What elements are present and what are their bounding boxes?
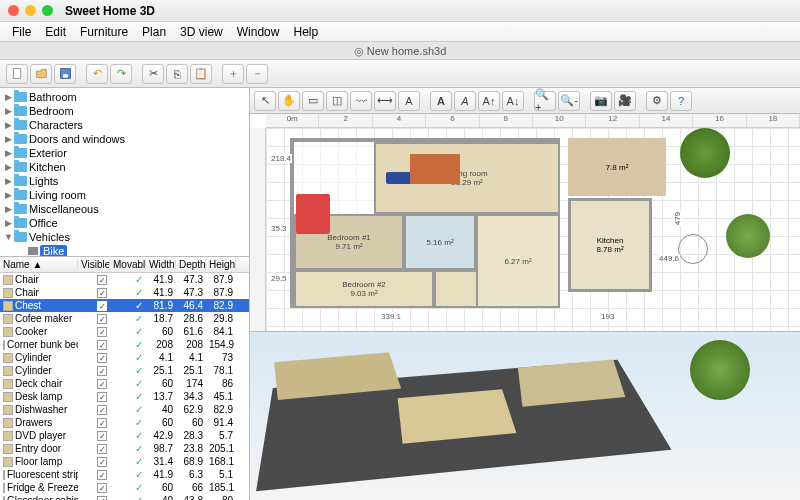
pan-tool[interactable]: ✋ — [278, 91, 300, 111]
add-furniture-button[interactable]: ＋ — [222, 64, 244, 84]
close-button[interactable] — [8, 5, 19, 16]
catalog-folder[interactable]: ▶ Bathroom — [0, 90, 249, 104]
paste-button[interactable]: 📋 — [190, 64, 212, 84]
visible-checkbox[interactable]: ✓ — [97, 496, 107, 500]
visible-checkbox[interactable]: ✓ — [97, 457, 107, 467]
col-height[interactable]: Height — [206, 259, 236, 270]
delete-button[interactable]: － — [246, 64, 268, 84]
furniture-row[interactable]: Cylinder✓✓25.125.178.1 — [0, 364, 249, 377]
visible-checkbox[interactable]: ✓ — [97, 418, 107, 428]
minimize-button[interactable] — [25, 5, 36, 16]
furniture-row[interactable]: Dishwasher✓✓4062.982.9 — [0, 403, 249, 416]
furniture-row[interactable]: Chair✓✓41.947.387.9 — [0, 273, 249, 286]
catalog-folder[interactable]: ▼ Vehicles — [0, 230, 249, 244]
furniture-row[interactable]: Glassdoor cabinet✓✓4043.880 — [0, 494, 249, 500]
furniture-row[interactable]: Cofee maker✓✓18.728.629.8 — [0, 312, 249, 325]
plant-tree-2[interactable] — [726, 214, 770, 258]
visible-checkbox[interactable]: ✓ — [97, 327, 107, 337]
col-movable[interactable]: Movable — [110, 259, 146, 270]
catalog-folder[interactable]: ▶ Living room — [0, 188, 249, 202]
furniture-row[interactable]: DVD player✓✓42.928.35.7 — [0, 429, 249, 442]
visible-checkbox[interactable]: ✓ — [97, 366, 107, 376]
room-hall[interactable]: 6.27 m² — [476, 214, 560, 308]
furniture-row[interactable]: Chest✓✓81.946.482.9 — [0, 299, 249, 312]
furniture-row[interactable]: Chair✓✓41.947.387.9 — [0, 286, 249, 299]
furniture-row[interactable]: Fluorescent strip✓✓41.96.35.1 — [0, 468, 249, 481]
text-smaller[interactable]: A↓ — [502, 91, 524, 111]
visible-checkbox[interactable]: ✓ — [97, 483, 107, 493]
polyline-tool[interactable]: 〰 — [350, 91, 372, 111]
furniture-row[interactable]: Desk lamp✓✓13.734.345.1 — [0, 390, 249, 403]
furniture-row[interactable]: Cooker✓✓6061.684.1 — [0, 325, 249, 338]
room-bath[interactable]: 5.16 m² — [404, 214, 476, 270]
furniture-bed[interactable] — [296, 194, 330, 234]
dimension-tool[interactable]: ⟷ — [374, 91, 396, 111]
visible-checkbox[interactable]: ✓ — [97, 444, 107, 454]
undo-button[interactable]: ↶ — [86, 64, 108, 84]
room-terrace[interactable]: 7.8 m² — [568, 138, 666, 196]
visible-checkbox[interactable]: ✓ — [97, 431, 107, 441]
furniture-row[interactable]: Floor lamp✓✓31.468.9168.1 — [0, 455, 249, 468]
redo-button[interactable]: ↷ — [110, 64, 132, 84]
col-width[interactable]: Width — [146, 259, 176, 270]
visible-checkbox[interactable]: ✓ — [97, 275, 107, 285]
col-depth[interactable]: Depth — [176, 259, 206, 270]
visible-checkbox[interactable]: ✓ — [97, 301, 107, 311]
text-italic[interactable]: A — [454, 91, 476, 111]
photo-button[interactable]: 📷 — [590, 91, 612, 111]
save-button[interactable] — [54, 64, 76, 84]
catalog-item[interactable]: Bike — [0, 244, 249, 256]
col-name[interactable]: Name ▲ — [0, 259, 78, 270]
room-kitchen[interactable]: Kitchen8.78 m² — [568, 198, 652, 292]
menu-3dview[interactable]: 3D view — [180, 25, 223, 39]
video-button[interactable]: 🎥 — [614, 91, 636, 111]
furniture-row[interactable]: Corner bunk bed✓✓208208154.9 — [0, 338, 249, 351]
compass-icon[interactable] — [678, 234, 708, 264]
menu-help[interactable]: Help — [293, 25, 318, 39]
copy-button[interactable]: ⎘ — [166, 64, 188, 84]
col-visible[interactable]: Visible — [78, 259, 110, 270]
text-bold[interactable]: A — [430, 91, 452, 111]
room-tool[interactable]: ◫ — [326, 91, 348, 111]
wall-tool[interactable]: ▭ — [302, 91, 324, 111]
plan-view[interactable]: 0m24681012141618 Living room21.29 m² Bed… — [250, 114, 800, 332]
zoom-button[interactable] — [42, 5, 53, 16]
room-bedroom2[interactable]: Bedroom #29.03 m² — [294, 270, 434, 308]
catalog-folder[interactable]: ▶ Bedroom — [0, 104, 249, 118]
catalog-folder[interactable]: ▶ Miscellaneous — [0, 202, 249, 216]
prefs-button[interactable]: ⚙ — [646, 91, 668, 111]
furniture-row[interactable]: Fridge & Freezer✓✓6066185.1 — [0, 481, 249, 494]
visible-checkbox[interactable]: ✓ — [97, 405, 107, 415]
room-small[interactable] — [434, 270, 478, 308]
plant-tree-1[interactable] — [680, 128, 730, 178]
catalog-folder[interactable]: ▶ Lights — [0, 174, 249, 188]
menu-window[interactable]: Window — [237, 25, 280, 39]
zoom-out-button[interactable]: 🔍- — [558, 91, 580, 111]
new-button[interactable] — [6, 64, 28, 84]
furniture-row[interactable]: Cylinder✓✓4.14.173 — [0, 351, 249, 364]
zoom-in-button[interactable]: 🔍+ — [534, 91, 556, 111]
furniture-row[interactable]: Entry door✓✓98.723.8205.1 — [0, 442, 249, 455]
document-tab[interactable]: ◎ New home.sh3d — [0, 42, 800, 60]
catalog-folder[interactable]: ▶ Characters — [0, 118, 249, 132]
visible-checkbox[interactable]: ✓ — [97, 379, 107, 389]
menu-plan[interactable]: Plan — [142, 25, 166, 39]
menu-file[interactable]: File — [12, 25, 31, 39]
menu-edit[interactable]: Edit — [45, 25, 66, 39]
furniture-rug[interactable] — [410, 154, 460, 184]
catalog-tree[interactable]: ▶ Bathroom▶ Bedroom▶ Characters▶ Doors a… — [0, 88, 249, 256]
furniture-row[interactable]: Drawers✓✓606091.4 — [0, 416, 249, 429]
catalog-folder[interactable]: ▶ Office — [0, 216, 249, 230]
catalog-folder[interactable]: ▶ Doors and windows — [0, 132, 249, 146]
visible-checkbox[interactable]: ✓ — [97, 470, 107, 480]
catalog-folder[interactable]: ▶ Kitchen — [0, 160, 249, 174]
visible-checkbox[interactable]: ✓ — [97, 353, 107, 363]
cut-button[interactable]: ✂ — [142, 64, 164, 84]
select-tool[interactable]: ↖ — [254, 91, 276, 111]
help-button[interactable]: ? — [670, 91, 692, 111]
visible-checkbox[interactable]: ✓ — [97, 392, 107, 402]
furniture-list[interactable]: Name ▲ Visible Movable Width Depth Heigh… — [0, 256, 249, 500]
visible-checkbox[interactable]: ✓ — [97, 314, 107, 324]
menu-furniture[interactable]: Furniture — [80, 25, 128, 39]
furniture-row[interactable]: Deck chair✓✓6017486 — [0, 377, 249, 390]
